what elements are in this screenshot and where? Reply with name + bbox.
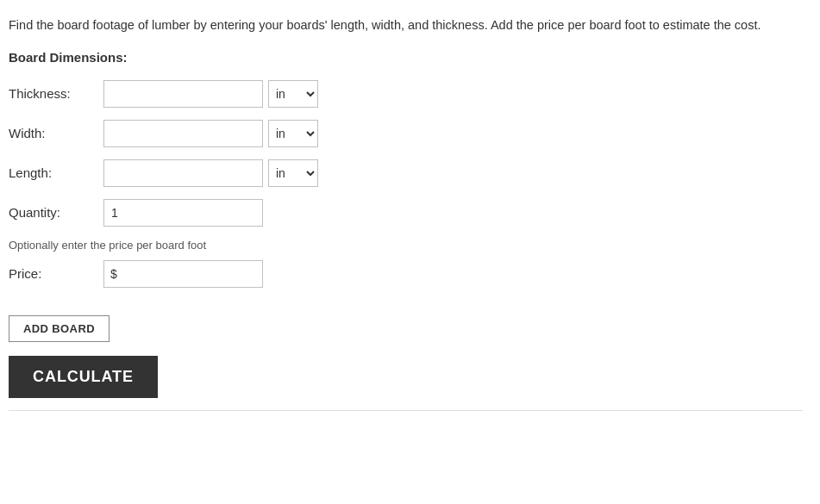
price-label: Price: — [9, 264, 103, 284]
quantity-row: Quantity: — [9, 199, 803, 227]
width-label: Width: — [9, 124, 103, 144]
price-input-wrapper: $ — [103, 260, 263, 288]
length-input[interactable] — [103, 159, 263, 187]
thickness-input[interactable] — [103, 80, 263, 108]
description-text: Find the board footage of lumber by ente… — [9, 16, 803, 34]
quantity-input[interactable] — [103, 199, 263, 227]
price-row: Price: $ — [9, 260, 803, 288]
width-row: Width: in ft cm mm — [9, 120, 803, 147]
optional-text: Optionally enter the price per board foo… — [9, 237, 803, 254]
calculate-button[interactable]: CALCULATE — [9, 356, 158, 398]
add-board-button[interactable]: ADD BOARD — [9, 315, 110, 342]
width-unit-select[interactable]: in ft cm mm — [268, 120, 318, 147]
section-title: Board Dimensions: — [9, 48, 803, 68]
thickness-label: Thickness: — [9, 84, 103, 104]
calculator-container: Find the board footage of lumber by ente… — [0, 0, 820, 437]
thickness-row: Thickness: in ft cm mm — [9, 80, 803, 108]
length-unit-select[interactable]: in ft cm mm — [268, 159, 318, 187]
width-input[interactable] — [103, 120, 263, 147]
length-label: Length: — [9, 164, 103, 184]
thickness-unit-select[interactable]: in ft cm mm — [268, 80, 318, 108]
length-row: Length: in ft cm mm — [9, 159, 803, 187]
bottom-divider — [9, 410, 803, 411]
price-input[interactable] — [103, 260, 263, 288]
quantity-label: Quantity: — [9, 203, 103, 223]
